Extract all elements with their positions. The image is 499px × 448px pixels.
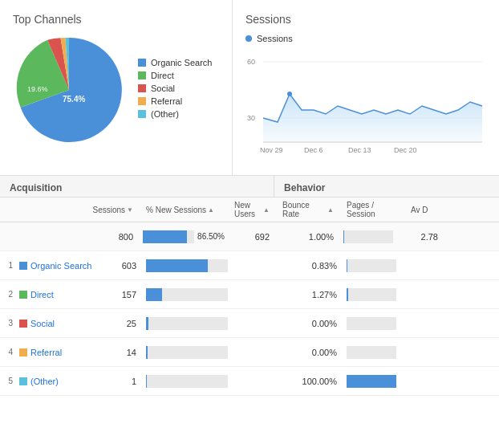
row-color-2 (19, 291, 27, 299)
legend-color-organic (138, 59, 146, 67)
table-row: 4 Referral 14 0.00% (0, 338, 499, 367)
svg-text:Nov 29: Nov 29 (260, 146, 283, 154)
row-label-4[interactable]: Referral (30, 348, 103, 357)
col-headers-row: Sessions ▼ % New Sessions ▲ New Users ▲ … (0, 198, 499, 222)
sessions-title: Sessions (245, 13, 486, 26)
acquisition-header: Acquisition (0, 176, 274, 197)
row-sessions-1: 603 (103, 261, 143, 271)
col-newusers-header: New Users ▲ (228, 198, 276, 222)
row-sessions-3: 25 (103, 319, 143, 328)
row-bounce-bar-5 (343, 372, 400, 391)
row-color-5 (19, 377, 27, 385)
row-bounce-bar-2 (343, 285, 400, 304)
pie-chart: 75.4% 19.6% (13, 34, 125, 146)
row-label-2[interactable]: Direct (30, 290, 103, 299)
svg-text:Dec 20: Dec 20 (394, 146, 417, 154)
legend-organic: Organic Search (138, 58, 212, 67)
svg-marker-6 (263, 94, 482, 142)
legend-label-social: Social (151, 83, 175, 93)
legend-label-organic: Organic Search (151, 58, 212, 67)
svg-point-7 (287, 92, 292, 96)
legend-label-referral: Referral (151, 96, 182, 106)
pie-legend: Organic Search Direct Social Referral (O… (138, 58, 212, 122)
row-pctnew-2 (143, 285, 231, 304)
svg-text:Dec 6: Dec 6 (304, 146, 323, 154)
row-num-3: 3 (0, 319, 16, 328)
svg-text:75.4%: 75.4% (63, 95, 85, 104)
row-label-5[interactable]: (Other) (30, 377, 103, 386)
row-num-1: 1 (0, 261, 16, 270)
sort-arrow-bounce[interactable]: ▲ (327, 206, 334, 214)
col-pctnew-header: % New Sessions ▲ (140, 198, 228, 222)
line-chart: 60 30 (245, 50, 486, 162)
row-bounce-1: 0.83% (279, 261, 343, 271)
table-row: 3 Social 25 0.00% (0, 309, 499, 338)
row-bounce-4: 0.00% (279, 348, 343, 357)
sessions-dot-icon (245, 35, 252, 42)
table-row: 2 Direct 157 1.27% (0, 280, 499, 309)
legend-color-social (138, 84, 146, 92)
summary-pctnew: 86.50% (140, 227, 228, 246)
sessions-panel: Sessions Sessions 60 30 (233, 0, 499, 175)
row-num-4: 4 (0, 348, 16, 356)
summary-pages: 2.78 (396, 232, 444, 242)
legend-social: Social (138, 83, 212, 93)
svg-text:Dec 13: Dec 13 (348, 146, 371, 154)
row-bounce-bar-3 (343, 314, 400, 333)
table-row: 1 Organic Search 603 0.83% (0, 251, 499, 280)
top-channels-panel: Top Channels 75.4% 19.6% (0, 0, 233, 175)
row-bounce-2: 1.27% (279, 290, 343, 299)
behavior-header: Behavior (274, 176, 499, 197)
row-num-2: 2 (0, 290, 16, 299)
row-num-5: 5 (0, 377, 16, 385)
col-pages-header: Pages / Session (340, 198, 404, 222)
svg-text:60: 60 (247, 58, 255, 66)
legend-label-direct: Direct (151, 71, 174, 80)
legend-direct: Direct (138, 71, 212, 80)
row-label-3[interactable]: Social (30, 319, 103, 328)
svg-text:19.6%: 19.6% (27, 85, 48, 93)
row-color-1 (19, 262, 27, 270)
summary-newusers: 692 (228, 232, 276, 242)
sort-arrow-sessions[interactable]: ▼ (127, 206, 133, 214)
summary-bounce-bar (340, 227, 396, 246)
top-section: Top Channels 75.4% 19.6% (0, 0, 499, 176)
top-channels-title: Top Channels (13, 13, 219, 26)
row-pctnew-1 (143, 256, 231, 275)
col-sessions-header: Sessions ▼ (99, 198, 140, 222)
row-sessions-4: 14 (103, 348, 143, 357)
col-avg-header: Av D (404, 198, 499, 222)
table-row: 5 (Other) 1 100.00% (0, 367, 499, 396)
row-bounce-bar-1 (343, 256, 400, 275)
row-color-4 (19, 348, 27, 356)
sessions-dot-label: Sessions (245, 34, 486, 43)
legend-color-direct (138, 71, 146, 79)
summary-row: 800 86.50% 692 1.00% 2.78 (0, 222, 499, 251)
summary-bounce: 1.00% (276, 232, 340, 242)
legend-color-other (138, 110, 146, 118)
row-bounce-3: 0.00% (279, 319, 343, 328)
row-sessions-5: 1 (103, 377, 143, 386)
legend-referral: Referral (138, 96, 212, 106)
row-sessions-2: 157 (103, 290, 143, 299)
summary-sessions: 800 (99, 232, 140, 242)
row-pctnew-5 (143, 372, 231, 391)
legend-color-referral (138, 97, 146, 105)
sessions-label-text: Sessions (257, 34, 293, 43)
legend-label-other: (Other) (151, 109, 179, 119)
svg-text:30: 30 (247, 114, 255, 122)
legend-other: (Other) (138, 109, 212, 119)
row-pctnew-3 (143, 314, 231, 333)
col-bounce-header: Bounce Rate ▲ (276, 198, 340, 222)
row-color-3 (19, 320, 27, 328)
sort-arrow-newusers[interactable]: ▲ (263, 206, 270, 214)
row-bounce-5: 100.00% (279, 377, 343, 386)
section-headers: Acquisition Behavior (0, 176, 499, 198)
line-chart-svg: 60 30 (245, 50, 486, 162)
bottom-section: Acquisition Behavior Sessions ▼ % New Se… (0, 176, 499, 396)
row-pctnew-4 (143, 343, 231, 362)
sort-arrow-pctnew[interactable]: ▲ (208, 206, 214, 214)
row-label-1[interactable]: Organic Search (30, 261, 103, 271)
row-bounce-bar-4 (343, 343, 400, 362)
